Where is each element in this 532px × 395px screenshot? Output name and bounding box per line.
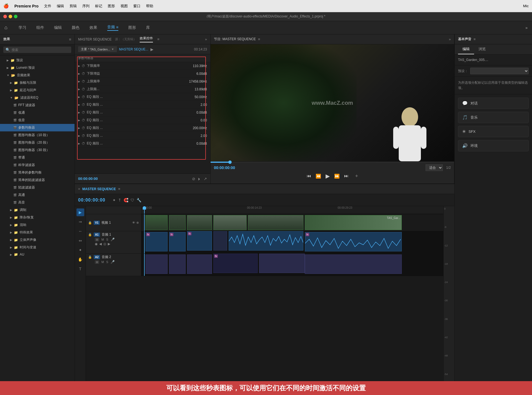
preset-select[interactable] [470,68,529,74]
step-back-button[interactable]: ⏪ [316,174,321,179]
stopwatch-icon-6[interactable]: ⏱ [82,111,85,114]
tool-select-track[interactable]: ⇒ [76,218,84,226]
nav-graphics[interactable]: 图形 [128,25,136,30]
music-button[interactable]: 🎵 音乐 [458,112,529,123]
track-a2-content[interactable]: fx [141,254,443,276]
wrench-icon[interactable]: 🔧 [137,198,141,202]
nav-learn[interactable]: 学习 [19,25,26,30]
video-clip-main[interactable]: TAS_Gar... [305,215,402,230]
audio-clip-white[interactable] [213,231,227,251]
video-clip-4[interactable] [213,215,247,230]
track-a1-fwd-icon[interactable]: ▶ [108,242,110,246]
track-lock-icon[interactable]: 🔒 [88,221,92,225]
tree-audio-effects[interactable]: ▼ 📂 音频效果 [0,72,75,79]
tree-reverb[interactable]: ▶ 📁 混响 [0,221,75,229]
stopwatch-icon-1[interactable]: ⏱ [82,72,85,76]
jump-start-button[interactable]: ⏮ [307,174,311,179]
add-marker-button[interactable]: + [355,173,358,179]
tree-stereo[interactable]: ▶ 📁 立体声声像 [0,236,75,244]
keyframe-icon[interactable]: ⏵ [198,177,201,181]
nav-edit[interactable]: 编辑 [54,25,62,30]
stopwatch-icon-8[interactable]: ⏱ [82,126,85,130]
track-a2-s-btn[interactable]: S [106,260,108,264]
param-expand-icon[interactable]: ▶ [78,88,80,91]
nav-effects[interactable]: 效果 [89,25,97,30]
track-a1-mic-icon[interactable]: 🎤 [111,238,115,241]
track-a1-back-icon[interactable]: ◀ [99,242,102,246]
track-v1-eye-icon[interactable]: 👁 [132,221,135,225]
video-preview-more-icon[interactable]: » [449,37,451,41]
tree-graphic-eq-20[interactable]: 🎬 图形均衡器（20 段） [0,139,75,146]
lift-icon[interactable]: ⤒ [118,198,121,202]
param-expand-icon[interactable]: ▶ [78,127,80,129]
tree-treble[interactable]: 🎬 高音 [0,199,75,206]
tree-lowpass[interactable]: 🎬 低通 [0,109,75,116]
tree-parametric-eq[interactable]: 🎬 参数均衡器 [0,124,75,131]
tree-filters-eq[interactable]: ▼ 📂 滤波器和EQ [0,94,75,101]
param-expand-icon[interactable]: ▶ [78,142,80,145]
tree-graphic-eq-10[interactable]: 🎬 图形均衡器（10 段） [0,131,75,139]
audio-clip-main[interactable] [229,231,303,251]
tab-browse[interactable]: 浏览 [474,44,490,54]
home-icon[interactable]: ⌂ [4,25,7,30]
param-expand-icon[interactable]: ▶ [78,111,80,114]
tree-fft-filter[interactable]: 🎬 FFT 滤波器 [0,101,75,109]
param-expand-icon[interactable]: ▶ [78,103,80,106]
track-a1-s-btn[interactable]: S [106,238,108,241]
tree-amplitude[interactable]: ▶ 📁 振幅与压限 [0,79,75,86]
tree-time[interactable]: ▶ 📁 时间与变速 [0,244,75,251]
close-window-button[interactable] [3,15,7,18]
param-expand-icon[interactable]: ▶ [78,134,80,137]
track-v1-sync-icon[interactable]: ⊕ [136,221,139,225]
tool-extend[interactable]: ⇔ [76,237,84,244]
tool-select[interactable]: ▶ [76,208,84,216]
stopwatch-icon-2[interactable]: ⏱ [82,80,85,83]
audio-clip-a2-main[interactable]: fx [213,254,258,273]
audio-clip-last[interactable]: fx [305,232,402,251]
video-clip-3[interactable] [187,215,212,230]
tree-delay[interactable]: ▶ 📁 延迟与回声 [0,86,75,94]
menu-graphics[interactable]: 图形 [108,4,115,9]
tree-simple-param-eq[interactable]: 🎬 简单的参数均衡 [0,169,75,176]
play-button[interactable]: ▶ [326,173,330,179]
ripple-edit-icon[interactable]: ✦ [112,198,116,202]
tree-noise-reduction[interactable]: ▶ 📁 降杂/恢复 [0,214,75,221]
filter-icon[interactable]: ⊘ [192,177,195,181]
step-forward-button[interactable]: ⏩ [334,174,340,179]
effects-control-main-btn[interactable]: 主要 * TAS_Garden... ▼ [78,46,117,52]
video-clip-5[interactable] [248,215,303,230]
dialogue-button[interactable]: 💬 对话 [458,98,529,109]
param-expand-icon[interactable]: ▶ [78,80,80,83]
tree-scientific-filter[interactable]: 🎬 科学滤波器 [0,161,75,169]
tree-notch-filter[interactable]: 🎬 陷波滤波器 [0,184,75,191]
stopwatch-icon-3[interactable]: ⏱ [82,87,85,91]
shield-icon[interactable]: 🛡 [131,198,134,202]
app-name[interactable]: Premiere Pro [14,4,39,8]
menu-sequence[interactable]: 序列 [82,4,89,9]
track-a1-solo-left-icon[interactable]: ⊞ [95,238,99,241]
video-clip-1[interactable] [145,215,168,230]
stopwatch-icon-4[interactable]: ⏱ [82,95,85,99]
track-a2-mic-icon[interactable]: 🎤 [111,260,115,264]
track-v1-content[interactable]: TAS_Gar... [141,214,443,231]
play-icon[interactable]: ▶ [150,47,154,52]
stopwatch-icon-10[interactable]: ⏱ [82,142,85,146]
track-a2-m-btn[interactable]: M [101,260,104,264]
nav-library[interactable]: 库 [146,25,150,30]
video-fit-select[interactable]: 适合 [426,164,443,171]
tool-text[interactable]: T [76,265,84,273]
tree-au[interactable]: ▶ 📁 AU [0,251,75,258]
menu-clip[interactable]: 剪辑 [70,4,77,9]
menu-markers[interactable]: 标记 [95,4,102,9]
audio-clip-a2-4[interactable] [259,254,305,273]
tab-edit[interactable]: 编辑 [458,44,474,54]
nav-audio[interactable]: 音频 ≡ [107,25,118,31]
tool-razor[interactable]: ↔ [76,227,84,235]
audio-clip-a2-3[interactable] [187,254,212,274]
effects-panel-menu-icon[interactable]: ≡ [69,37,71,42]
stopwatch-icon-0[interactable]: ⏱ [82,64,85,68]
audio-clip-a2-1[interactable] [145,254,168,274]
snap-icon[interactable]: 🧲 [124,198,128,202]
tree-bass[interactable]: 🎬 低音 [0,116,75,124]
master-sequence-label[interactable]: MASTER SEQUE... [119,47,148,51]
